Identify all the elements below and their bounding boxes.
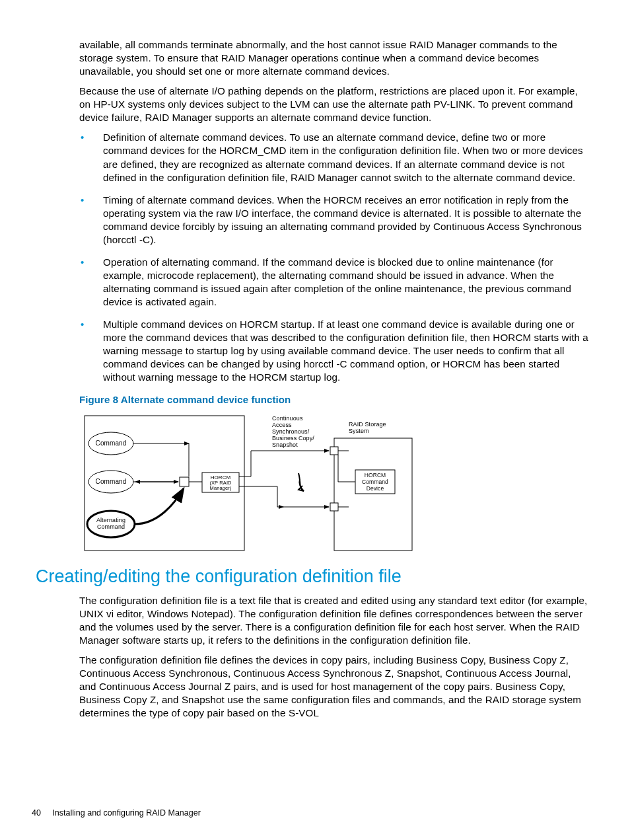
svg-text:Synchronous/: Synchronous/: [272, 428, 310, 435]
page-number: 40: [32, 808, 41, 818]
diagram-label-alt-line1: Alternating: [96, 517, 125, 523]
svg-text:Snapshot: Snapshot: [272, 441, 298, 448]
diagram-label-cmd2: Command: [96, 478, 127, 485]
paragraph: The configuration definition file is a t…: [79, 594, 590, 647]
figure-caption: Figure 8 Alternate command device functi…: [79, 393, 594, 406]
svg-text:System: System: [349, 428, 369, 434]
paragraph: The configuration definition file define…: [79, 654, 590, 720]
footer-title: Installing and configuring RAID Manager: [52, 808, 200, 818]
diagram-svg: Command Command Alternating Command HORC…: [79, 410, 423, 556]
page-footer: 40 Installing and configuring RAID Manag…: [32, 808, 201, 818]
list-item: Multiple command devices on HORCM startu…: [79, 318, 590, 384]
svg-text:Access: Access: [272, 422, 292, 428]
svg-text:Business Copy/: Business Copy/: [272, 435, 314, 441]
paragraph: Because the use of alternate I/O pathing…: [79, 85, 590, 124]
figure-diagram: Command Command Alternating Command HORC…: [79, 410, 594, 556]
svg-text:Command: Command: [362, 478, 388, 485]
page-content: available, all commands terminate abnorm…: [0, 0, 630, 720]
list-item: Definition of alternate command devices.…: [79, 131, 590, 184]
diagram-label-alt-line2: Command: [97, 523, 125, 530]
paragraph: available, all commands terminate abnorm…: [79, 38, 590, 78]
list-item: Timing of alternate command devices. Whe…: [79, 194, 590, 247]
svg-rect-26: [330, 503, 338, 511]
svg-rect-25: [330, 447, 338, 455]
svg-text:Device: Device: [367, 485, 384, 492]
diagram-label-copy: Continuous: [272, 415, 303, 422]
svg-rect-20: [334, 438, 412, 551]
svg-text:HORCM: HORCM: [365, 472, 386, 478]
diagram-label-cmd1: Command: [96, 439, 127, 447]
section-heading: Creating/editing the configuration defin…: [36, 565, 594, 589]
svg-text:Manager): Manager): [210, 485, 232, 491]
svg-rect-8: [180, 477, 189, 486]
list-item: Operation of alternating command. If the…: [79, 256, 590, 309]
diagram-label-raid: RAID Storage: [349, 421, 386, 428]
bullet-list: Definition of alternate command devices.…: [79, 131, 594, 384]
